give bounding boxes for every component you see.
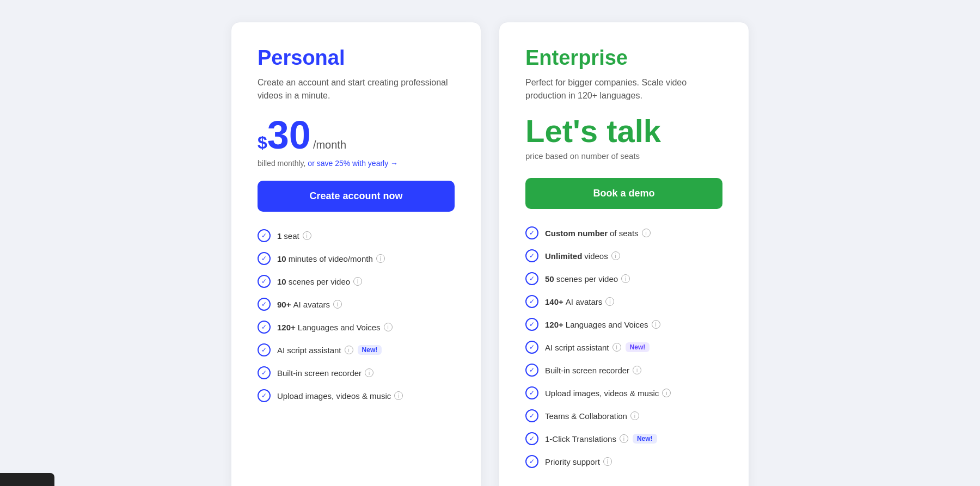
info-icon[interactable]: i — [603, 457, 612, 466]
check-icon: ✓ — [525, 272, 538, 285]
new-badge: New! — [626, 342, 650, 352]
personal-plan-title: Personal — [258, 46, 455, 70]
feature-text: AI avatars — [293, 300, 330, 309]
feature-bold: 120+ — [277, 323, 296, 332]
info-icon[interactable]: i — [303, 231, 311, 240]
feature-text: Built-in screen recorder — [277, 368, 362, 378]
new-badge: New! — [358, 345, 382, 355]
feature-text: videos — [584, 251, 608, 261]
list-item: ✓ Custom number of seats i — [525, 226, 722, 239]
feature-bold: 120+ — [545, 320, 564, 329]
info-icon[interactable]: i — [662, 389, 671, 397]
info-icon[interactable]: i — [394, 391, 403, 400]
check-icon: ✓ — [525, 386, 538, 399]
feature-text: Teams & Collaboration — [545, 411, 627, 421]
info-icon[interactable]: i — [605, 297, 614, 306]
personal-price-row: $ 30 /month — [258, 115, 455, 155]
feature-text: Languages and Voices — [298, 323, 381, 332]
feature-bold: 50 — [545, 274, 554, 284]
personal-price-amount: 30 — [267, 115, 311, 155]
check-icon: ✓ — [525, 455, 538, 468]
info-icon[interactable]: i — [376, 254, 385, 263]
check-icon: ✓ — [525, 249, 538, 262]
list-item: ✓ 90+ AI avatars i — [258, 298, 455, 311]
enterprise-features-list: ✓ Custom number of seats i ✓ Unlimited v… — [525, 226, 722, 468]
info-icon[interactable]: i — [633, 366, 641, 374]
feature-bold: Unlimited — [545, 251, 582, 261]
list-item: ✓ Priority support i — [525, 455, 722, 468]
check-icon: ✓ — [258, 298, 271, 311]
personal-cta-button[interactable]: Create account now — [258, 181, 455, 212]
feature-bold: Custom number — [545, 229, 608, 238]
check-icon: ✓ — [258, 229, 271, 242]
list-item: ✓ 140+ AI avatars i — [525, 295, 722, 308]
list-item: ✓ Teams & Collaboration i — [525, 409, 722, 422]
feature-text: minutes of video/month — [289, 254, 373, 263]
check-icon: ✓ — [525, 341, 538, 354]
list-item: ✓ 120+ Languages and Voices i — [525, 318, 722, 331]
bottom-bar — [0, 473, 54, 486]
list-item: ✓ Upload images, videos & music i — [258, 389, 455, 402]
check-icon: ✓ — [525, 432, 538, 445]
feature-text: Upload images, videos & music — [277, 391, 391, 401]
feature-text: AI script assistant — [277, 346, 341, 355]
enterprise-lets-talk: Let's talk — [525, 115, 722, 147]
info-icon[interactable]: i — [652, 320, 660, 329]
list-item: ✓ Unlimited videos i — [525, 249, 722, 262]
check-icon: ✓ — [525, 409, 538, 422]
feature-text: seat — [284, 231, 299, 241]
list-item: ✓ Built-in screen recorder i — [258, 366, 455, 379]
check-icon: ✓ — [258, 275, 271, 288]
feature-bold: 140+ — [545, 297, 564, 306]
list-item: ✓ 1 seat i — [258, 229, 455, 242]
info-icon[interactable]: i — [620, 434, 628, 443]
feature-text: of seats — [610, 229, 639, 238]
info-icon[interactable]: i — [353, 277, 362, 286]
info-icon[interactable]: i — [611, 251, 620, 260]
feature-bold: 1 — [277, 231, 281, 241]
feature-text: Languages and Voices — [566, 320, 648, 329]
feature-text: AI avatars — [566, 297, 603, 306]
check-icon: ✓ — [525, 295, 538, 308]
info-icon[interactable]: i — [384, 323, 393, 331]
info-icon[interactable]: i — [630, 411, 639, 420]
list-item: ✓ Upload images, videos & music i — [525, 386, 722, 399]
list-item: ✓ 50 scenes per video i — [525, 272, 722, 285]
feature-text: scenes per video — [556, 274, 618, 284]
personal-billing-note: billed monthly, or save 25% with yearly … — [258, 159, 455, 168]
enterprise-plan-description: Perfect for bigger companies. Scale vide… — [525, 76, 722, 102]
pricing-container: Personal Create an account and start cre… — [109, 11, 871, 486]
check-icon: ✓ — [258, 343, 271, 356]
feature-bold: 90+ — [277, 300, 291, 309]
feature-bold: 10 — [277, 254, 286, 263]
personal-features-list: ✓ 1 seat i ✓ 10 minutes of video/month i… — [258, 229, 455, 402]
new-badge: New! — [633, 434, 657, 444]
check-icon: ✓ — [525, 318, 538, 331]
list-item: ✓ 10 minutes of video/month i — [258, 252, 455, 265]
list-item: ✓ 120+ Languages and Voices i — [258, 321, 455, 334]
feature-text: Built-in screen recorder — [545, 366, 629, 375]
check-icon: ✓ — [525, 364, 538, 377]
enterprise-card: Enterprise Perfect for bigger companies.… — [499, 22, 749, 486]
list-item: ✓ 1-Click Translations i New! — [525, 432, 722, 445]
personal-save-link[interactable]: or save 25% with yearly → — [308, 159, 398, 168]
personal-price-dollar: $ — [258, 133, 267, 153]
check-icon: ✓ — [258, 366, 271, 379]
feature-text: scenes per video — [289, 277, 350, 286]
feature-text: Priority support — [545, 457, 600, 466]
feature-text: AI script assistant — [545, 343, 609, 352]
list-item: ✓ 10 scenes per video i — [258, 275, 455, 288]
info-icon[interactable]: i — [345, 346, 353, 354]
info-icon[interactable]: i — [365, 368, 373, 377]
list-item: ✓ Built-in screen recorder i — [525, 364, 722, 377]
enterprise-cta-button[interactable]: Book a demo — [525, 178, 722, 209]
personal-price-period: /month — [313, 139, 346, 151]
check-icon: ✓ — [258, 321, 271, 334]
info-icon[interactable]: i — [621, 274, 630, 283]
enterprise-price-note: price based on number of seats — [525, 151, 722, 161]
info-icon[interactable]: i — [333, 300, 342, 309]
info-icon[interactable]: i — [612, 343, 621, 352]
feature-text: Upload images, videos & music — [545, 389, 659, 398]
info-icon[interactable]: i — [642, 229, 651, 237]
check-icon: ✓ — [258, 389, 271, 402]
